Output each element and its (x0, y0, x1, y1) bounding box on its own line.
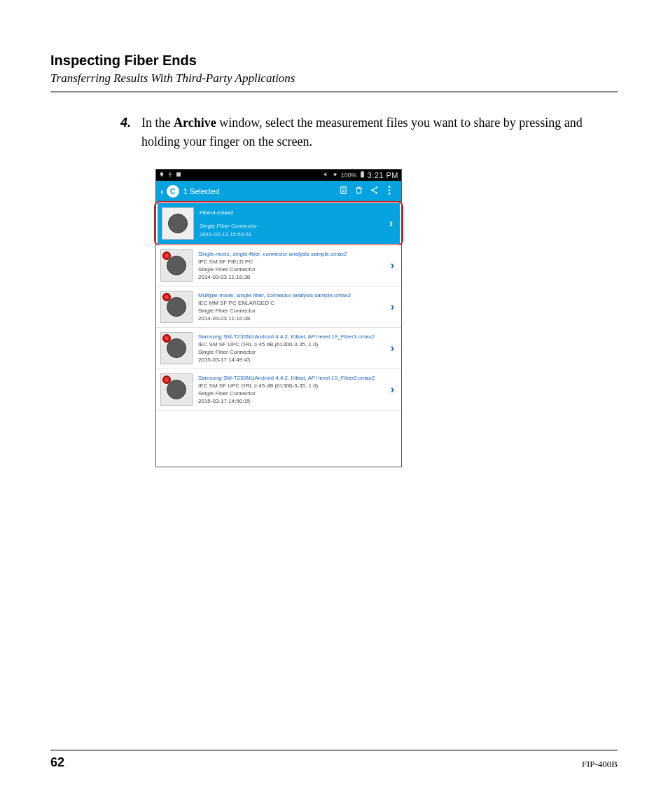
fiber-thumbnail (162, 207, 194, 240)
svg-rect-0 (176, 172, 181, 177)
fiber-thumbnail (160, 373, 193, 406)
app-bar: ‹ C 1 Selected (156, 181, 401, 202)
file-row-content: Single-mode, single-fiber, connector ana… (198, 250, 388, 282)
file-date: 2014-03-03 11:16:28 (198, 315, 388, 322)
file-row-content: Multiple-mode, single-fiber, connector a… (198, 291, 388, 323)
file-date: 2015-02-13 15:53:51 (200, 230, 387, 238)
footer-rule (50, 750, 618, 751)
svg-rect-1 (361, 172, 364, 177)
svg-point-7 (389, 189, 391, 191)
step-number: 4. (120, 113, 141, 151)
mute-icon (323, 172, 329, 179)
file-date: 2015-03-17 14:49:43 (198, 356, 388, 364)
file-type: Single Fiber Connector (198, 307, 388, 315)
battery-icon (360, 171, 365, 179)
gallery-icon (176, 172, 181, 179)
file-type: Single Fiber Connector (198, 266, 388, 273)
file-row[interactable]: Single-mode, single-fiber, connector ana… (156, 245, 401, 287)
back-icon[interactable]: ‹ (160, 186, 164, 197)
fiber-thumbnail (160, 291, 193, 323)
svg-rect-2 (361, 171, 363, 172)
file-row-content: Fiber4.cmax2Single Fiber Connector2015-0… (200, 209, 387, 238)
page-number: 62 (50, 755, 64, 770)
svg-point-6 (389, 186, 391, 188)
file-type: Single Fiber Connector (200, 222, 387, 230)
overflow-icon[interactable] (382, 186, 397, 197)
file-row[interactable]: Multiple-mode, single-fiber, connector a… (156, 287, 401, 328)
usb-icon (167, 172, 173, 179)
clock-text: 3:21 PM (368, 171, 398, 179)
fiber-thumbnail (160, 249, 193, 282)
file-row[interactable]: Samsung SM-T230NUAndroid 4.4.2, Kitkat, … (156, 369, 401, 411)
header-rule (50, 91, 618, 92)
step-4: 4. In the Archive window, select the mea… (120, 113, 618, 151)
file-row[interactable]: Fiber4.cmax2Single Fiber Connector2015-0… (158, 203, 400, 244)
screenshot: 100% 3:21 PM ‹ C 1 Selected (155, 169, 618, 467)
chevron-right-icon[interactable]: › (387, 217, 396, 230)
model-label: FIP-400B (582, 759, 618, 770)
file-name: Multiple-mode, single-fiber, connector a… (198, 291, 388, 299)
file-row-content: Samsung SM-T230NUAndroid 4.4.2, Kitkat, … (198, 374, 388, 406)
page-footer: 62 FIP-400B (50, 750, 618, 770)
file-name: Single-mode, single-fiber, connector ana… (198, 250, 388, 258)
wifi-icon (332, 172, 338, 179)
step-text: In the Archive window, select the measur… (141, 113, 618, 151)
file-standard: IPC SM SF FIELD PC (198, 258, 388, 266)
fiber-thumbnail (160, 332, 193, 364)
file-type: Single Fiber Connector (198, 348, 388, 356)
appbar-title: 1 Selected (183, 187, 335, 195)
file-name: Samsung SM-T230NUAndroid 4.4.2, Kitkat, … (198, 374, 388, 382)
file-name: Samsung SM-T230NUAndroid 4.4.2, Kitkat, … (198, 333, 388, 340)
file-row[interactable]: Samsung SM-T230NUAndroid 4.4.2, Kitkat, … (156, 328, 401, 369)
chevron-right-icon[interactable]: › (388, 301, 397, 313)
empty-space (156, 411, 401, 467)
chevron-right-icon[interactable]: › (388, 259, 397, 272)
clipboard-icon[interactable] (335, 186, 351, 197)
file-row-content: Samsung SM-T230NUAndroid 4.4.2, Kitkat, … (198, 333, 388, 364)
chevron-right-icon[interactable]: › (388, 383, 397, 396)
svg-point-8 (389, 193, 391, 195)
file-standard: IEC SM SF UPC ORL ≥ 45 dB (61300-3-35, 1… (198, 382, 388, 390)
location-icon (159, 172, 165, 179)
file-standard: IEC SM SF UPC ORL ≥ 45 dB (61300-3-35, 1… (198, 340, 388, 348)
section-title: Transferring Results With Third-Party Ap… (50, 71, 618, 85)
battery-text: 100% (341, 172, 357, 179)
chapter-title: Inspecting Fiber Ends (50, 53, 618, 69)
delete-icon[interactable] (351, 186, 366, 197)
share-icon[interactable] (366, 186, 382, 197)
app-logo-icon: C (167, 185, 179, 198)
file-date: 2014-03-03 11:18:38 (198, 273, 388, 281)
file-standard: IEC MM SF PC ENLARGED C (198, 299, 388, 307)
android-statusbar: 100% 3:21 PM (156, 170, 401, 181)
chevron-right-icon[interactable]: › (388, 342, 397, 355)
file-type: Single Fiber Connector (198, 390, 388, 397)
file-name: Fiber4.cmax2 (200, 209, 387, 216)
file-date: 2015-03-17 14:50:15 (198, 397, 388, 405)
